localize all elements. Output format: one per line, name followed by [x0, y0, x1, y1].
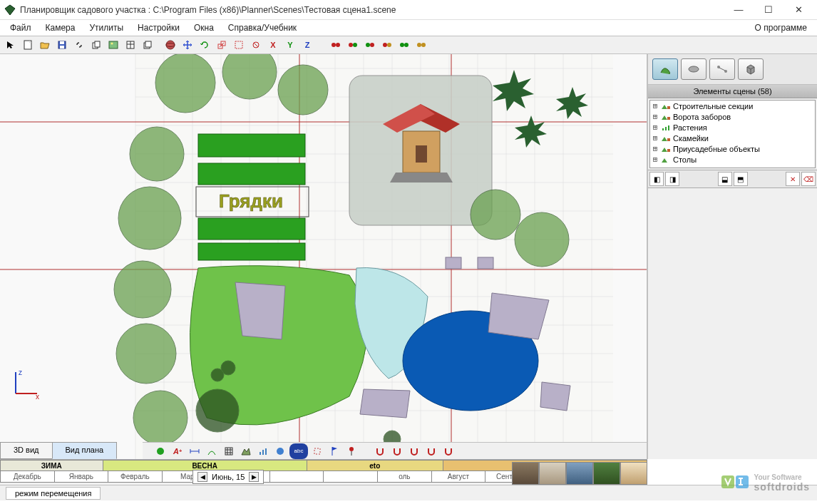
tree-btn-2-icon[interactable]: ◨: [665, 172, 679, 186]
date-next-icon[interactable]: ▶: [249, 472, 259, 482]
month-jun[interactable]: [324, 471, 378, 483]
axis-x-button[interactable]: X: [265, 37, 281, 53]
svg-point-28: [383, 43, 387, 47]
misc-tool-icon[interactable]: [248, 37, 264, 53]
tree-item-label: Столы: [673, 155, 697, 164]
tree-item[interactable]: ⊞Строительные секции: [650, 101, 815, 111]
link-icon[interactable]: [71, 37, 87, 53]
menu-settings[interactable]: Настройки: [130, 21, 187, 35]
move-tool-icon[interactable]: [180, 37, 195, 53]
green-dot-icon[interactable]: [153, 443, 168, 459]
camera-tool-6-icon[interactable]: [413, 37, 429, 53]
tree-btn-1-icon[interactable]: ◧: [649, 172, 664, 186]
menu-windows[interactable]: Окна: [187, 21, 221, 35]
pointer-tool-icon[interactable]: [3, 37, 19, 53]
thumb-2[interactable]: [539, 462, 566, 485]
connections-tab-icon[interactable]: [709, 58, 735, 80]
tree-btn-3-icon[interactable]: ⬓: [718, 172, 732, 186]
flag-icon[interactable]: [327, 443, 342, 459]
minimize-button[interactable]: —: [724, 1, 753, 19]
terrain-icon[interactable]: [238, 443, 254, 459]
dimension-icon[interactable]: [187, 443, 202, 459]
menu-about[interactable]: О программе: [755, 23, 814, 33]
camera-tool-4-icon[interactable]: [379, 37, 395, 53]
svg-rect-114: [314, 448, 320, 454]
tab-plan-view[interactable]: Вид плана: [52, 442, 118, 459]
axis-z-button[interactable]: Z: [299, 37, 315, 53]
tree-delete2-icon[interactable]: ⌫: [801, 172, 816, 186]
close-button[interactable]: ✕: [784, 1, 813, 19]
abc-label-icon[interactable]: abc: [289, 443, 308, 459]
box-tab-icon[interactable]: [738, 58, 764, 80]
scale-tool-icon[interactable]: [214, 37, 230, 53]
globe-icon[interactable]: [163, 37, 178, 53]
tree-item[interactable]: ⊞Скамейки: [650, 133, 815, 143]
tree-item[interactable]: ⊞Приусадебные объекты: [650, 143, 815, 154]
maximize-button[interactable]: ☐: [754, 1, 783, 19]
month-may[interactable]: [270, 471, 324, 483]
snap-1-icon[interactable]: [372, 443, 388, 459]
preview-thumbnails: [512, 462, 647, 485]
season-winter[interactable]: ЗИМА: [0, 460, 103, 471]
snap-3-icon[interactable]: [406, 443, 422, 459]
tree-btn-4-icon[interactable]: ⬒: [734, 172, 748, 186]
new-file-icon[interactable]: [20, 37, 36, 53]
thumb-4[interactable]: [593, 462, 620, 485]
thumb-1[interactable]: [512, 462, 539, 485]
table-icon[interactable]: [123, 37, 138, 53]
svg-rect-127: [667, 138, 670, 141]
thumb-5[interactable]: [620, 462, 647, 485]
shape-tool-icon[interactable]: [309, 443, 325, 459]
month-aug[interactable]: Август: [432, 471, 486, 483]
pin-icon[interactable]: [344, 443, 359, 459]
svg-rect-3: [60, 46, 64, 48]
menu-camera[interactable]: Камера: [38, 21, 83, 35]
svg-point-95: [211, 369, 224, 381]
select-rect-icon[interactable]: [231, 37, 247, 53]
window-title: Планировщик садового участка : C:\Progra…: [20, 5, 724, 15]
objects-tab-icon[interactable]: [652, 58, 678, 80]
canvas-viewport[interactable]: Грядки: [0, 54, 647, 459]
month-feb[interactable]: Февраль: [108, 471, 163, 483]
chart-icon[interactable]: [255, 443, 271, 459]
month-jan[interactable]: Январь: [55, 471, 109, 483]
curve-tool-icon[interactable]: [204, 443, 220, 459]
grid-toggle-icon[interactable]: [221, 443, 237, 459]
copy-icon[interactable]: [88, 37, 104, 53]
snap-4-icon[interactable]: [423, 443, 439, 459]
axis-y-button[interactable]: Y: [282, 37, 298, 53]
tree-item[interactable]: ⊞Растения: [650, 122, 815, 133]
thumb-3[interactable]: [566, 462, 593, 485]
tab-3d-view[interactable]: 3D вид: [0, 442, 53, 459]
tree-item[interactable]: ⊞Столы: [650, 154, 815, 165]
date-selector[interactable]: ◀ Июнь, 15 ▶: [192, 470, 264, 484]
open-file-icon[interactable]: [37, 37, 53, 53]
tree-delete-icon[interactable]: ✕: [786, 172, 800, 186]
tree-item-label: Строительные секции: [673, 102, 753, 110]
menu-file[interactable]: Файл: [3, 21, 38, 35]
month-dec[interactable]: Декабрь: [0, 471, 55, 483]
menu-utils[interactable]: Утилиты: [82, 21, 130, 35]
svg-rect-123: [667, 117, 670, 120]
axis-gizmo: z x: [10, 368, 41, 399]
tree-item[interactable]: ⊞Ворота заборов: [650, 111, 815, 122]
save-icon[interactable]: [54, 37, 70, 53]
image-icon[interactable]: [106, 37, 121, 53]
camera-tool-5-icon[interactable]: [396, 37, 412, 53]
globe2-icon[interactable]: [272, 443, 288, 459]
date-prev-icon[interactable]: ◀: [197, 472, 207, 482]
menu-help[interactable]: Справка/Учебник: [221, 21, 304, 35]
snap-2-icon[interactable]: [389, 443, 405, 459]
rotate-tool-icon[interactable]: [197, 37, 212, 53]
text-tool-icon[interactable]: A+: [170, 443, 185, 459]
season-summer[interactable]: eto: [307, 460, 443, 471]
materials-tab-icon[interactable]: [681, 58, 706, 80]
layers-icon[interactable]: [140, 37, 155, 53]
camera-tool-3-icon[interactable]: [362, 37, 378, 53]
scene-tree[interactable]: ⊞Строительные секции ⊞Ворота заборов ⊞Ра…: [649, 100, 816, 168]
svg-point-25: [353, 43, 357, 47]
camera-tool-2-icon[interactable]: [345, 37, 361, 53]
month-jul[interactable]: оль: [378, 471, 432, 483]
snap-5-icon[interactable]: [441, 443, 456, 459]
camera-tool-1-icon[interactable]: [328, 37, 344, 53]
